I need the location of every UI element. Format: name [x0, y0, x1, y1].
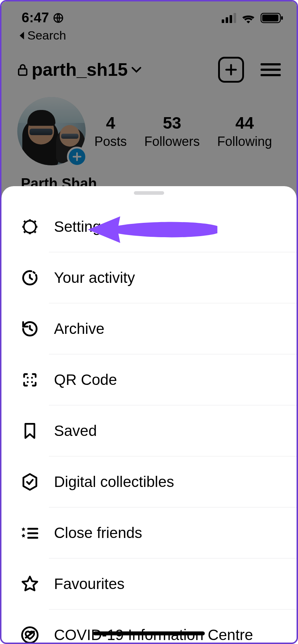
hexagon-check-icon	[20, 472, 40, 492]
settings-gear-icon	[20, 217, 40, 236]
qr-code-icon	[20, 370, 40, 390]
menu-item-close-friends[interactable]: Close friends	[1, 507, 297, 558]
svg-point-12	[31, 377, 33, 378]
star-icon	[20, 574, 40, 594]
menu-label: Settings	[54, 218, 109, 235]
menu-label: QR Code	[54, 371, 117, 388]
svg-point-11	[27, 377, 28, 378]
sheet-grabber[interactable]	[134, 191, 164, 195]
svg-rect-16	[27, 532, 38, 534]
menu-label: Saved	[54, 422, 97, 440]
profile-menu-sheet: Settings Your activity	[1, 186, 297, 643]
menu-label: Close friends	[54, 524, 142, 542]
menu-item-digital-collectibles[interactable]: Digital collectibles	[1, 456, 297, 507]
svg-rect-15	[27, 528, 38, 530]
menu-item-qr-code[interactable]: QR Code	[1, 354, 297, 405]
svg-point-10	[24, 221, 36, 233]
menu-label: Digital collectibles	[54, 473, 174, 491]
menu-item-saved[interactable]: Saved	[1, 405, 297, 456]
menu-item-archive[interactable]: Archive	[1, 303, 297, 354]
menu-label: Archive	[54, 320, 104, 337]
svg-point-14	[31, 381, 33, 383]
menu-list: Settings Your activity	[1, 201, 297, 644]
heart-circle-icon	[20, 625, 40, 644]
activity-clock-icon	[20, 268, 40, 288]
home-indicator[interactable]	[93, 631, 205, 635]
bookmark-icon	[20, 421, 40, 441]
menu-label: Favourites	[54, 575, 125, 593]
menu-item-settings[interactable]: Settings	[1, 201, 297, 252]
svg-rect-17	[27, 537, 38, 539]
svg-point-13	[27, 381, 28, 383]
menu-item-your-activity[interactable]: Your activity	[1, 252, 297, 303]
menu-item-favourites[interactable]: Favourites	[1, 558, 297, 610]
menu-label: Your activity	[54, 269, 135, 286]
archive-history-icon	[20, 319, 40, 339]
close-friends-list-icon	[20, 523, 40, 543]
menu-item-covid-info[interactable]: COVID-19 Information Centre	[1, 610, 297, 644]
